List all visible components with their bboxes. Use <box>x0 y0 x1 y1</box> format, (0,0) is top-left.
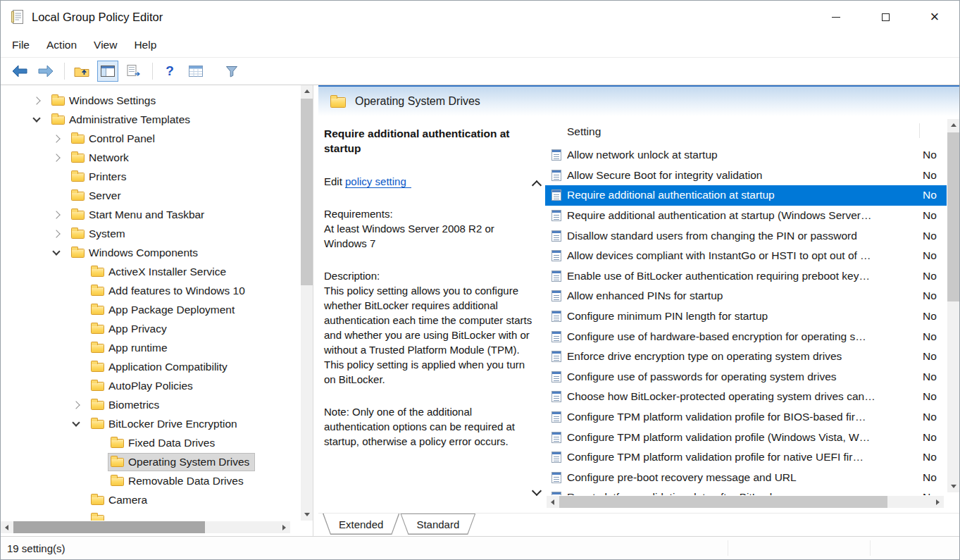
edit-prefix: Edit <box>324 175 345 187</box>
export-list-button[interactable] <box>123 61 144 82</box>
tree-item[interactable]: Camera <box>1 490 300 509</box>
minimize-icon <box>832 17 840 18</box>
tree-item[interactable]: Server <box>1 186 300 205</box>
description-label: Description: <box>324 268 532 283</box>
tree-item[interactable] <box>1 509 300 521</box>
tree-item[interactable]: Start Menu and Taskbar <box>1 205 300 224</box>
maximize-button[interactable] <box>861 1 910 33</box>
scroll-right-button[interactable] <box>932 496 944 508</box>
minimize-button[interactable] <box>811 1 861 33</box>
menu-item[interactable]: Help <box>134 39 156 51</box>
tree-item[interactable]: App Package Deployment <box>1 300 300 319</box>
tree-item[interactable]: App runtime <box>1 338 300 357</box>
expand-chevron-icon[interactable] <box>50 155 68 161</box>
filter-button[interactable] <box>221 61 242 82</box>
scroll-down-button[interactable] <box>947 480 959 492</box>
setting-row[interactable]: Configure TPM platform validation profil… <box>545 407 947 428</box>
setting-state: No <box>923 169 937 182</box>
scroll-down-button[interactable] <box>301 509 313 521</box>
setting-row[interactable]: Disallow standard users from changing th… <box>545 225 947 246</box>
expand-chevron-icon[interactable] <box>50 231 68 237</box>
tree-item[interactable]: BitLocker Drive Encryption <box>1 414 300 433</box>
setting-row[interactable]: Allow devices compliant with InstantGo o… <box>545 246 947 266</box>
view-tab[interactable]: Standard <box>400 514 475 535</box>
menu-item[interactable]: File <box>12 39 30 51</box>
tree-item[interactable]: ActiveX Installer Service <box>1 262 300 281</box>
close-button[interactable]: × <box>910 1 959 33</box>
tree-item[interactable]: Administrative Templates <box>1 110 300 129</box>
tree-item[interactable]: Operating System Drives <box>1 452 300 471</box>
tree-item[interactable]: Biometrics <box>1 395 300 414</box>
list-horizontal-scrollbar[interactable] <box>547 496 944 508</box>
list-vertical-scrollbar[interactable] <box>947 119 959 492</box>
property-sheet-button[interactable] <box>185 61 206 82</box>
folder-icon <box>71 211 85 220</box>
policy-setting-icon <box>551 170 561 181</box>
up-one-level-button[interactable] <box>71 61 92 82</box>
help-button[interactable]: ? <box>159 61 180 82</box>
description-scroll-up-icon[interactable] <box>530 177 543 189</box>
tree-item[interactable]: Application Compatibility <box>1 357 300 376</box>
expand-chevron-icon[interactable] <box>50 251 68 254</box>
policy-setting-link[interactable]: policy setting <box>345 175 411 188</box>
list-column-header[interactable]: Setting <box>545 118 947 145</box>
scrollbar-thumb[interactable] <box>13 521 205 533</box>
show-hide-console-tree-button[interactable] <box>97 61 118 82</box>
setting-row[interactable]: Require additional authentication at sta… <box>545 206 947 226</box>
scrollbar-thumb[interactable] <box>947 132 959 301</box>
setting-row[interactable]: Require additional authentication at sta… <box>545 185 947 206</box>
expand-chevron-icon[interactable] <box>30 98 49 104</box>
scrollbar-thumb[interactable] <box>559 496 887 508</box>
tree-item[interactable]: Windows Components <box>1 243 300 262</box>
forward-button[interactable] <box>35 61 56 82</box>
scroll-left-button[interactable] <box>1 521 13 533</box>
scroll-up-button[interactable] <box>947 119 959 131</box>
expand-chevron-icon[interactable] <box>70 422 88 425</box>
setting-row[interactable]: Configure use of hardware-based encrypti… <box>545 326 947 347</box>
tree-item[interactable]: Removable Data Drives <box>1 471 300 490</box>
status-text: 19 setting(s) <box>7 542 66 554</box>
scroll-right-button[interactable] <box>278 521 290 533</box>
setting-row[interactable]: Configure use of passwords for operating… <box>545 367 947 387</box>
setting-row[interactable]: Allow network unlock at startup No <box>545 145 947 166</box>
tree-item[interactable]: System <box>1 224 300 243</box>
tree-item-label: Server <box>89 189 121 202</box>
tree-item[interactable]: Add features to Windows 10 <box>1 281 300 300</box>
tree-item[interactable]: AutoPlay Policies <box>1 376 300 395</box>
setting-row[interactable]: Choose how BitLocker-protected operating… <box>545 387 947 407</box>
tree-item[interactable]: Control Panel <box>1 129 300 148</box>
menu-item[interactable]: Action <box>46 39 77 51</box>
scrollbar-thumb[interactable] <box>301 99 313 285</box>
edit-policy-setting-line: Edit policy setting <box>324 174 532 189</box>
toolbar-separator <box>64 63 65 80</box>
tree-item[interactable]: Network <box>1 148 300 167</box>
setting-row[interactable]: Configure pre-boot recovery message and … <box>545 468 947 488</box>
setting-row[interactable]: Reset platform validation data after Bit… <box>545 487 947 495</box>
expand-chevron-icon[interactable] <box>30 118 49 121</box>
setting-row[interactable]: Enforce drive encryption type on operati… <box>545 347 947 367</box>
tree-item[interactable]: Printers <box>1 167 300 186</box>
description-scroll-down-icon[interactable] <box>530 487 543 499</box>
toolbar-separator <box>152 63 153 80</box>
tree-item[interactable]: App Privacy <box>1 319 300 338</box>
back-button[interactable] <box>9 61 30 82</box>
setting-row[interactable]: Allow enhanced PINs for startup No <box>545 286 947 306</box>
setting-row[interactable]: Configure TPM platform validation profil… <box>545 447 947 468</box>
view-tab[interactable]: Extended <box>323 514 399 535</box>
tree-item[interactable]: Windows Settings <box>1 91 300 110</box>
tree-item[interactable]: Fixed Data Drives <box>1 433 300 452</box>
menu-item[interactable]: View <box>94 39 117 51</box>
scroll-up-button[interactable] <box>301 85 313 97</box>
setting-state: No <box>923 371 937 383</box>
expand-chevron-icon[interactable] <box>50 212 68 218</box>
setting-row[interactable]: Enable use of BitLocker authentication r… <box>545 266 947 287</box>
setting-row[interactable]: Allow Secure Boot for integrity validati… <box>545 166 947 186</box>
scroll-left-button[interactable] <box>547 496 559 508</box>
expand-chevron-icon[interactable] <box>50 136 68 142</box>
tree-vertical-scrollbar[interactable] <box>301 85 313 521</box>
column-divider[interactable] <box>919 123 920 138</box>
setting-row[interactable]: Configure minimum PIN length for startup… <box>545 306 947 327</box>
setting-row[interactable]: Configure TPM platform validation profil… <box>545 427 947 447</box>
expand-chevron-icon[interactable] <box>70 402 88 408</box>
tree-horizontal-scrollbar[interactable] <box>1 521 290 533</box>
